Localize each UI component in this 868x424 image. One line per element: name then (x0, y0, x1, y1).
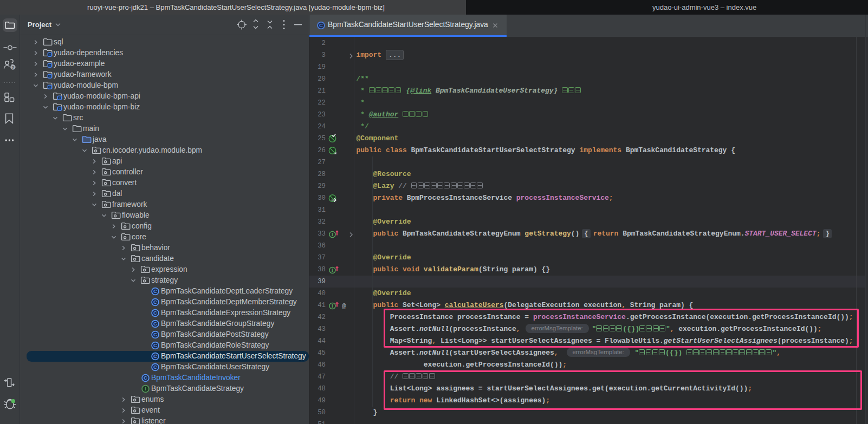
svg-text:C: C (319, 22, 323, 28)
svg-text:@: @ (342, 303, 346, 310)
svg-text:C: C (144, 375, 147, 381)
svg-text:C: C (153, 353, 157, 359)
svg-text:C: C (153, 364, 157, 370)
svg-text:C: C (153, 310, 157, 316)
svg-text:C: C (153, 299, 157, 305)
svg-text:C: C (153, 342, 157, 348)
svg-text:I: I (332, 232, 334, 237)
svg-text:I: I (332, 268, 334, 273)
svg-text:I: I (332, 303, 334, 309)
svg-text:C: C (153, 321, 157, 327)
svg-text:C: C (153, 288, 157, 294)
svg-text:C: C (153, 331, 157, 337)
svg-text:I: I (145, 386, 146, 392)
